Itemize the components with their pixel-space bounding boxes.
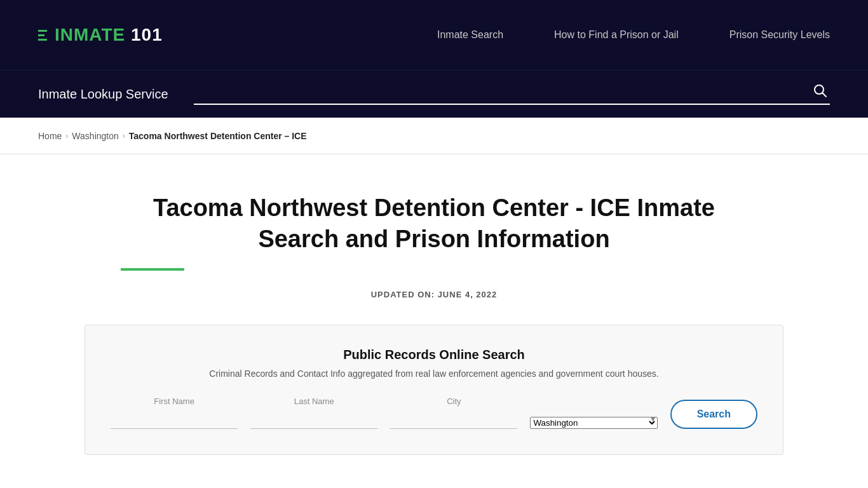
first-name-label: First Name — [111, 396, 238, 406]
breadcrumb-home[interactable]: Home — [38, 131, 62, 141]
last-name-input[interactable] — [250, 410, 377, 429]
search-form: First Name Last Name City AlabamaAlaskaA… — [111, 396, 757, 429]
public-records-card: Public Records Online Search Criminal Re… — [85, 325, 783, 455]
city-label: City — [390, 396, 517, 406]
first-name-input[interactable] — [111, 410, 238, 429]
nav-security-levels[interactable]: Prison Security Levels — [729, 29, 830, 40]
city-input[interactable] — [390, 410, 517, 429]
main-content: Tacoma Northwest Detention Center - ICE … — [0, 154, 868, 480]
public-search-button[interactable]: Search — [670, 400, 757, 429]
title-underline — [121, 268, 184, 271]
state-field: AlabamaAlaskaArizonaArkansasCaliforniaCo… — [530, 417, 657, 429]
page-title: Tacoma Northwest Detention Center - ICE … — [148, 193, 720, 255]
card-description: Criminal Records and Contact Info aggreg… — [111, 369, 757, 379]
state-select[interactable]: AlabamaAlaskaArizonaArkansasCaliforniaCo… — [530, 417, 657, 429]
nav-inmate-search[interactable]: Inmate Search — [437, 29, 503, 40]
last-name-field: Last Name — [250, 396, 377, 429]
logo-text: INMATE 101 — [55, 25, 163, 45]
chevron-icon: › — [65, 132, 68, 140]
lookup-search-bar: Inmate Lookup Service — [0, 70, 868, 118]
chevron-icon-2: › — [123, 132, 125, 140]
updated-date: UPDATED ON: JUNE 4, 2022 — [38, 290, 830, 299]
svg-line-1 — [823, 93, 827, 97]
search-icon — [813, 84, 827, 98]
card-title: Public Records Online Search — [111, 348, 757, 362]
lookup-label: Inmate Lookup Service — [38, 87, 168, 102]
logo-icon — [38, 30, 47, 41]
nav-find-prison[interactable]: How to Find a Prison or Jail — [554, 29, 679, 40]
search-input[interactable] — [194, 86, 811, 98]
search-input-wrapper — [194, 84, 830, 105]
breadcrumb: Home › Washington › Tacoma Northwest Det… — [0, 118, 868, 154]
city-field: City — [390, 396, 517, 429]
search-submit-button[interactable] — [811, 84, 830, 101]
first-name-field: First Name — [111, 396, 238, 429]
site-logo[interactable]: INMATE 101 — [38, 25, 163, 45]
breadcrumb-current: Tacoma Northwest Detention Center – ICE — [129, 131, 307, 141]
breadcrumb-state[interactable]: Washington — [72, 131, 118, 141]
nav-links: Inmate Search How to Find a Prison or Ja… — [437, 29, 830, 41]
last-name-label: Last Name — [250, 396, 377, 406]
top-nav: INMATE 101 Inmate Search How to Find a P… — [0, 0, 868, 70]
